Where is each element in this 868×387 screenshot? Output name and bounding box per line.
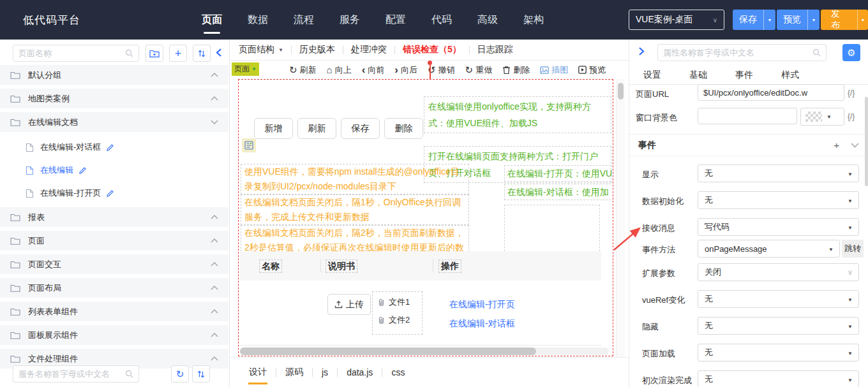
sidebar-group-list-form[interactable]: 列表表单组件 xyxy=(0,302,228,321)
save-button[interactable]: 保存 ▼ xyxy=(733,10,775,30)
toolbar-up[interactable]: ⌂ 向上 xyxy=(327,64,352,76)
canvas-note-side-2[interactable]: 在线编辑-对话框：使用加 xyxy=(504,184,613,200)
tab-conflicts[interactable]: 处理冲突 xyxy=(343,44,394,55)
canvas-button-refresh[interactable]: 刷新 xyxy=(297,118,336,139)
publish-dropdown-caret-icon[interactable]: ▼ xyxy=(857,10,868,30)
toolbar-forward[interactable]: ‹ 向前 xyxy=(362,64,385,76)
canvas-note-orange-2[interactable]: 在线编辑文档页面关闭后，隔1秒，OnlyOffice执行回调服务，完成上传文件和… xyxy=(241,194,469,225)
sort-services-button[interactable] xyxy=(192,365,210,383)
page-select[interactable]: VUE案例-桌面 ∨ xyxy=(629,10,724,30)
collapse-sidebar-icon[interactable] xyxy=(215,48,222,57)
sidebar-page-online-edit-dialog[interactable]: 在线编辑-对话框 xyxy=(0,136,228,159)
chevron-down-icon[interactable] xyxy=(851,143,859,148)
column-header-manual[interactable]: 说明书 xyxy=(326,259,357,273)
sidebar-group-online-edit-docs[interactable]: 在线编辑文档 xyxy=(0,112,228,132)
panel-scrollbar-thumb[interactable] xyxy=(865,97,868,186)
nav-flow[interactable]: 流程 xyxy=(281,0,327,40)
canvas-vertical-scrollbar[interactable] xyxy=(616,79,625,357)
panel-settings-button[interactable]: ⚙ xyxy=(842,44,860,61)
nav-data[interactable]: 数据 xyxy=(235,0,281,40)
sidebar-group-page-layout[interactable]: 页面布局 xyxy=(0,278,228,298)
color-swatch-dropdown[interactable]: ▼ xyxy=(800,108,844,126)
preview-button[interactable]: 预览 ▼ xyxy=(777,10,819,30)
sidebar-group-page[interactable]: 页面 xyxy=(0,231,228,251)
vueref-change-select[interactable]: 无 ▼ xyxy=(698,290,859,308)
toolbar-insert-image[interactable]: 插图 xyxy=(540,64,568,76)
expression-icon[interactable]: {/} xyxy=(848,89,855,98)
collapse-panel-icon[interactable] xyxy=(638,47,645,56)
service-search-input[interactable] xyxy=(13,369,125,379)
tab-css[interactable]: css xyxy=(382,367,414,377)
refresh-services-button[interactable]: ↻ xyxy=(171,365,189,383)
toolbar-preview[interactable]: 预览 xyxy=(578,64,606,76)
jump-link[interactable]: 跳转 xyxy=(842,240,864,258)
nav-code[interactable]: 代码 xyxy=(419,0,465,40)
receive-message-select[interactable]: 写代码 ▼ xyxy=(698,218,859,236)
save-dropdown-caret-icon[interactable]: ▼ xyxy=(763,10,775,30)
sidebar-page-online-edit[interactable]: 在线编辑 xyxy=(0,159,228,182)
nav-architecture[interactable]: 架构 xyxy=(511,0,557,40)
canvas-button-add[interactable]: 新增 xyxy=(254,118,293,139)
tab-events[interactable]: 事件 xyxy=(735,69,753,81)
add-event-icon[interactable]: + xyxy=(834,140,839,150)
extend-params-select[interactable]: 关闭 ∨ xyxy=(698,263,859,281)
horizontal-scrollbar-thumb[interactable] xyxy=(240,347,536,355)
data-init-select[interactable]: 无 ▼ xyxy=(698,191,859,209)
property-search[interactable] xyxy=(657,44,827,61)
tab-error-check[interactable]: 错误检查（5） xyxy=(395,44,469,55)
column-header-action[interactable]: 操作 xyxy=(438,259,461,273)
service-search[interactable] xyxy=(13,365,139,383)
toolbar-delete[interactable]: 删除 xyxy=(502,64,530,76)
tab-source[interactable]: 源码 xyxy=(276,367,312,378)
file-item-1[interactable]: 文件1 xyxy=(378,296,417,308)
publish-button[interactable]: 发布 ▼ xyxy=(821,10,868,30)
design-canvas[interactable]: 新增 刷新 保存 删除 在线编辑使用onlyoffice实现，支持两种方式：使用… xyxy=(230,79,616,357)
add-group-button[interactable] xyxy=(146,45,163,62)
tab-history[interactable]: 历史版本 xyxy=(292,44,343,55)
canvas-button-save[interactable]: 保存 xyxy=(341,118,380,139)
events-section-header[interactable]: 事件 + xyxy=(629,134,868,156)
sidebar-group-map-cases[interactable]: 地图类案例 xyxy=(0,89,228,108)
column-header-name[interactable]: 名称 xyxy=(259,259,282,273)
on-hide-select[interactable]: 无 ▼ xyxy=(698,317,859,335)
link-online-edit-open[interactable]: 在线编辑-打开页 xyxy=(449,299,515,310)
canvas-note-green-1[interactable]: 在线编辑使用onlyoffice实现，支持两种方式：使用VUE组件、加载JS xyxy=(424,96,611,133)
tab-js[interactable]: js xyxy=(313,367,337,377)
page-url-input[interactable]: $UI/pcx/onlyoffice/editDoc.w xyxy=(698,84,844,101)
canvas-button-delete[interactable]: 删除 xyxy=(384,118,423,139)
tab-design[interactable]: 设计 xyxy=(240,367,276,378)
edit-pencil-icon[interactable] xyxy=(79,166,87,175)
upload-button[interactable]: 上传 xyxy=(327,294,371,315)
sidebar-group-default[interactable]: 默认分组 xyxy=(0,65,228,85)
canvas-note-orange-1[interactable]: 使用VUE组件，需要将npm install生成的@onlyoffice目录复制… xyxy=(241,164,469,194)
nav-advanced[interactable]: 高级 xyxy=(465,0,511,40)
nav-page[interactable]: 页面 xyxy=(189,0,235,40)
tab-log-trace[interactable]: 日志跟踪 xyxy=(470,44,521,55)
nav-service[interactable]: 服务 xyxy=(327,0,373,40)
sidebar-page-online-edit-open[interactable]: 在线编辑-打开页 xyxy=(0,182,228,205)
canvas-horizontal-scrollbar[interactable] xyxy=(240,347,609,355)
canvas-empty-placeholder[interactable] xyxy=(504,205,600,254)
page-load-select[interactable]: 无 ▼ xyxy=(698,344,859,361)
page-root-frame[interactable]: 新增 刷新 保存 删除 在线编辑使用onlyoffice实现，支持两种方式：使用… xyxy=(238,79,613,356)
tab-page-structure[interactable]: 页面结构 ▼ xyxy=(231,44,291,55)
edit-pencil-icon[interactable] xyxy=(106,189,114,198)
edit-pencil-icon[interactable] xyxy=(106,143,114,152)
sidebar-group-panel-display[interactable]: 面板展示组件 xyxy=(0,325,228,345)
file-item-2[interactable]: 文件2 xyxy=(378,314,417,326)
bg-color-input[interactable] xyxy=(698,108,797,124)
property-search-input[interactable] xyxy=(658,48,812,57)
scope-chip-page[interactable]: 页面 ▼ xyxy=(232,62,259,76)
first-render-done-select[interactable]: 无 ▼ xyxy=(698,370,859,387)
page-search-input[interactable] xyxy=(13,48,125,58)
sort-pages-button[interactable] xyxy=(193,45,211,62)
link-online-edit-dialog[interactable]: 在线编辑-对话框 xyxy=(449,318,515,330)
toolbar-back[interactable]: › 向后 xyxy=(394,64,417,76)
toolbar-undo[interactable]: ↺ 撤销 xyxy=(428,64,455,76)
vertical-scrollbar-thumb[interactable] xyxy=(618,83,624,99)
component-outline-icon[interactable] xyxy=(242,138,256,152)
expression-icon[interactable]: {/} xyxy=(848,112,855,121)
sidebar-group-page-interaction[interactable]: 页面交互 xyxy=(0,254,228,274)
page-search[interactable] xyxy=(13,45,139,62)
canvas-note-side-1[interactable]: 在线编辑-打开页：使用VU xyxy=(504,165,613,182)
